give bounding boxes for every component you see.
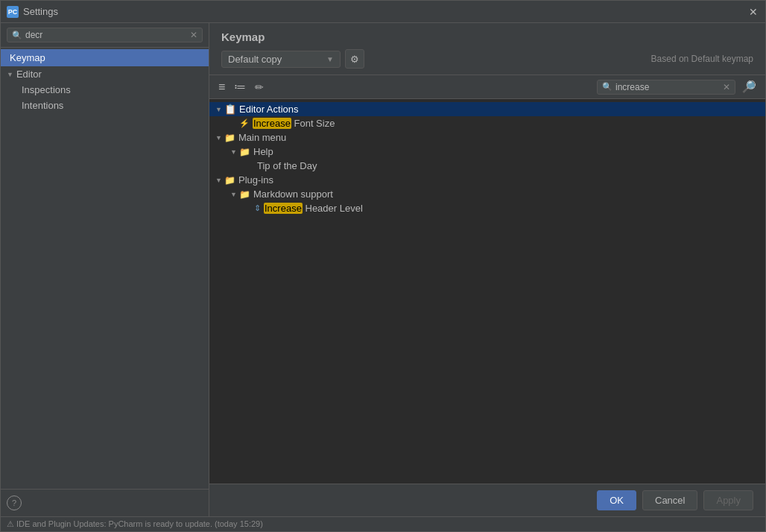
keymap-dropdown[interactable]: Default copy ▼: [221, 51, 341, 68]
increase-font-size-highlight: Increase: [253, 118, 291, 129]
search-clear-icon[interactable]: ✕: [723, 82, 730, 92]
sidebar-search-clear-icon[interactable]: ✕: [190, 30, 197, 40]
content-footer: OK Cancel Apply: [209, 484, 765, 516]
sidebar-item-intentions[interactable]: Intentions: [13, 98, 209, 113]
sidebar-item-keymap[interactable]: Keymap: [1, 49, 209, 66]
search-input-right-wrapper[interactable]: 🔍 ✕: [597, 80, 735, 95]
close-button[interactable]: ✕: [747, 6, 759, 18]
editor-actions-arrow: ▼: [215, 106, 224, 113]
toolbar: ≡ ≔ ✏ 🔍 ✕ 🔎: [209, 75, 765, 99]
markdown-support-label: Markdown support: [253, 189, 333, 200]
tree-node-main-menu[interactable]: ▼ 📁 Main menu: [209, 130, 765, 145]
tree-area: ▼ 📋 Editor Actions ⚡ Increase Font Size …: [209, 99, 765, 484]
apply-button[interactable]: Apply: [703, 490, 753, 510]
ok-button[interactable]: OK: [597, 490, 636, 510]
settings-window: PC Settings ✕ 🔍 ✕ Keymap: [0, 0, 766, 532]
help-arrow: ▼: [230, 148, 239, 156]
tree-node-markdown-support[interactable]: ▼ 📁 Markdown support: [209, 187, 765, 201]
sidebar-search-icon: 🔍: [12, 31, 22, 40]
plug-ins-label: Plug-ins: [238, 174, 273, 186]
tree-node-tip-of-the-day[interactable]: Tip of the Day: [209, 159, 765, 173]
gear-icon: ⚙: [350, 54, 359, 65]
search-bar-right: 🔍 ✕ 🔎: [597, 78, 759, 95]
increase-font-size-label: Increase Font Size: [253, 118, 335, 129]
plug-ins-arrow: ▼: [215, 177, 224, 184]
find-usages-button[interactable]: 🔎: [738, 78, 759, 95]
main-menu-icon: 📁: [224, 133, 235, 143]
sidebar-section-editor: ▼ Editor Inspections: [1, 66, 209, 113]
sidebar-search-bar: 🔍 ✕: [1, 23, 209, 48]
sidebar-item-inspections[interactable]: Inspections: [13, 82, 209, 98]
sidebar-bottom: ?: [1, 489, 209, 516]
collapse-all-icon: ≔: [234, 80, 246, 94]
window-title: Settings: [23, 6, 58, 17]
increase-header-icon: ⇕: [254, 203, 261, 213]
increase-font-size-icon: ⚡: [239, 118, 250, 128]
sidebar-search-input[interactable]: [25, 30, 187, 40]
plug-ins-icon: 📁: [224, 175, 235, 186]
search-right-icon: 🔍: [602, 82, 613, 92]
sidebar-section-editor-header[interactable]: ▼ Editor: [1, 66, 209, 82]
help-icon: 📁: [239, 147, 250, 157]
status-bar: ⚠ IDE and Plugin Updates: PyCharm is rea…: [1, 516, 765, 531]
keymap-selector-row: Default copy ▼ ⚙ Based on Default keymap: [221, 49, 753, 69]
app-icon: PC: [7, 6, 19, 18]
edit-shortcut-button[interactable]: ✏: [252, 80, 267, 95]
keymap-selector-left: Default copy ▼ ⚙: [221, 49, 364, 69]
keymap-dropdown-value: Default copy: [228, 54, 282, 65]
sidebar-item-inspections-label: Inspections: [22, 84, 71, 95]
keymap-gear-button[interactable]: ⚙: [345, 49, 364, 69]
tree-node-increase-header-level[interactable]: ⇕ Increase Header Level: [209, 201, 765, 215]
content-header: Keymap Default copy ▼ ⚙ Based on Default…: [209, 23, 765, 75]
status-bar-text: ⚠ IDE and Plugin Updates: PyCharm is rea…: [7, 519, 263, 528]
increase-header-label: Increase Header Level: [264, 203, 363, 214]
main-menu-arrow: ▼: [215, 134, 224, 142]
edit-icon: ✏: [255, 81, 264, 93]
collapse-all-button[interactable]: ≔: [231, 78, 249, 95]
title-bar: PC Settings ✕: [1, 1, 765, 23]
help-button[interactable]: ?: [7, 495, 22, 510]
find-usages-icon: 🔎: [741, 80, 756, 93]
main-content: 🔍 ✕ Keymap ▼ Editor: [1, 23, 765, 516]
editor-actions-icon: 📋: [224, 104, 236, 115]
main-menu-label: Main menu: [238, 132, 286, 143]
sidebar-section-editor-children: Inspections Intentio: [1, 82, 209, 113]
page-title: Keymap: [221, 31, 753, 43]
increase-header-highlight: Increase: [264, 203, 303, 214]
search-actions-input[interactable]: [615, 82, 720, 92]
expand-all-button[interactable]: ≡: [215, 79, 228, 95]
tree-node-editor-actions[interactable]: ▼ 📋 Editor Actions: [209, 102, 765, 116]
markdown-support-icon: 📁: [239, 189, 250, 200]
sidebar-item-intentions-label: Intentions: [22, 100, 63, 111]
sidebar: 🔍 ✕ Keymap ▼ Editor: [1, 23, 209, 516]
increase-font-size-suffix: Font Size: [294, 118, 335, 129]
editor-section-arrow: ▼: [7, 71, 13, 78]
sidebar-nav: Keymap ▼ Editor Inspections: [1, 48, 209, 489]
sidebar-section-editor-label: Editor: [16, 69, 42, 80]
content-area: Keymap Default copy ▼ ⚙ Based on Default…: [209, 23, 765, 516]
cancel-button[interactable]: Cancel: [642, 490, 697, 510]
sidebar-search-wrapper[interactable]: 🔍 ✕: [7, 28, 203, 42]
increase-header-suffix: Header Level: [306, 203, 363, 214]
based-on-text: Based on Default keymap: [651, 54, 753, 64]
tree-node-help[interactable]: ▼ 📁 Help: [209, 145, 765, 159]
sidebar-item-keymap-label: Keymap: [10, 52, 45, 63]
expand-all-icon: ≡: [218, 80, 225, 94]
tree-node-plug-ins[interactable]: ▼ 📁 Plug-ins: [209, 173, 765, 187]
tip-label: Tip of the Day: [257, 160, 317, 171]
tree-node-increase-font-size[interactable]: ⚡ Increase Font Size: [209, 116, 765, 130]
editor-actions-label: Editor Actions: [239, 104, 299, 115]
markdown-support-arrow: ▼: [230, 191, 239, 198]
title-bar-left: PC Settings: [7, 6, 58, 18]
chevron-down-icon: ▼: [326, 55, 334, 63]
help-label: Help: [253, 146, 273, 157]
